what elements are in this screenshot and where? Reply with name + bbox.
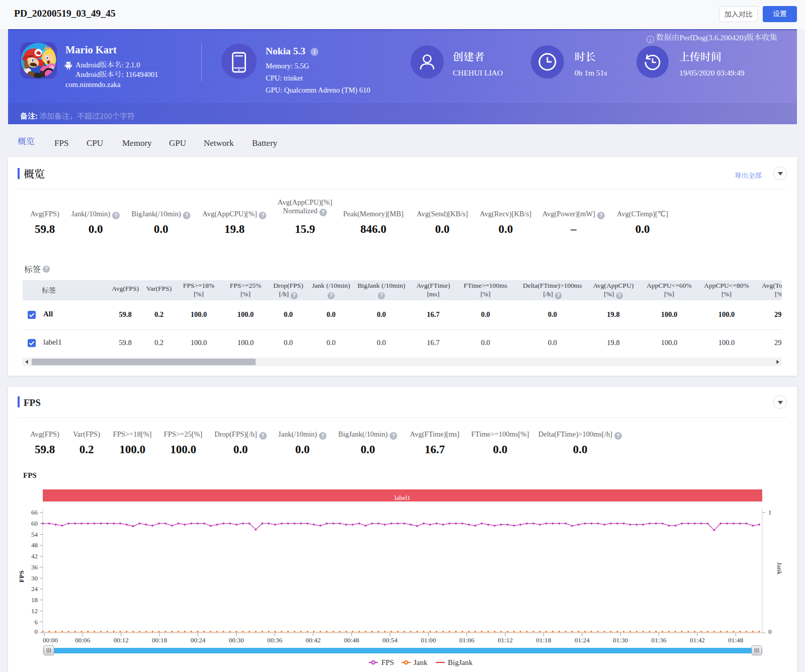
svg-text:01:18: 01:18 [536, 636, 551, 644]
svg-text:54: 54 [31, 531, 38, 538]
svg-text:Jank: Jank [414, 658, 428, 666]
svg-text:36: 36 [31, 563, 38, 571]
svg-text:01:06: 01:06 [459, 636, 474, 644]
svg-text:00:36: 00:36 [267, 636, 282, 644]
svg-text:Jank: Jank [776, 562, 783, 574]
svg-text:label1: label1 [394, 494, 411, 501]
svg-text:66: 66 [31, 509, 38, 516]
svg-text:12: 12 [31, 607, 38, 615]
svg-text:00:24: 00:24 [190, 636, 205, 644]
svg-text:FPS: FPS [381, 658, 394, 666]
svg-text:1: 1 [768, 509, 772, 516]
svg-text:01:36: 01:36 [652, 636, 667, 644]
svg-text:01:42: 01:42 [690, 636, 705, 644]
svg-text:6: 6 [35, 618, 38, 626]
svg-text:00:18: 00:18 [152, 636, 167, 644]
svg-text:30: 30 [31, 574, 38, 582]
svg-text:01:30: 01:30 [613, 636, 628, 644]
svg-text:FPS: FPS [18, 570, 25, 582]
svg-text:01:24: 01:24 [575, 636, 590, 644]
svg-text:0: 0 [768, 628, 772, 635]
svg-text:01:12: 01:12 [498, 636, 513, 644]
svg-text:48: 48 [31, 541, 38, 549]
svg-text:00:30: 00:30 [229, 636, 244, 644]
svg-text:BigJank: BigJank [448, 658, 473, 666]
svg-text:18: 18 [31, 596, 38, 604]
svg-text:0: 0 [35, 628, 38, 635]
svg-text:00:54: 00:54 [382, 636, 397, 644]
svg-text:00:00: 00:00 [43, 636, 58, 644]
svg-text:00:42: 00:42 [305, 636, 320, 644]
svg-text:42: 42 [31, 552, 38, 560]
svg-text:24: 24 [31, 585, 38, 593]
svg-text:00:48: 00:48 [344, 636, 359, 644]
svg-text:01:48: 01:48 [728, 636, 743, 644]
svg-text:60: 60 [31, 520, 38, 527]
svg-text:00:12: 00:12 [114, 636, 129, 644]
svg-text:00:06: 00:06 [75, 636, 90, 644]
svg-text:01:00: 01:00 [421, 636, 436, 644]
